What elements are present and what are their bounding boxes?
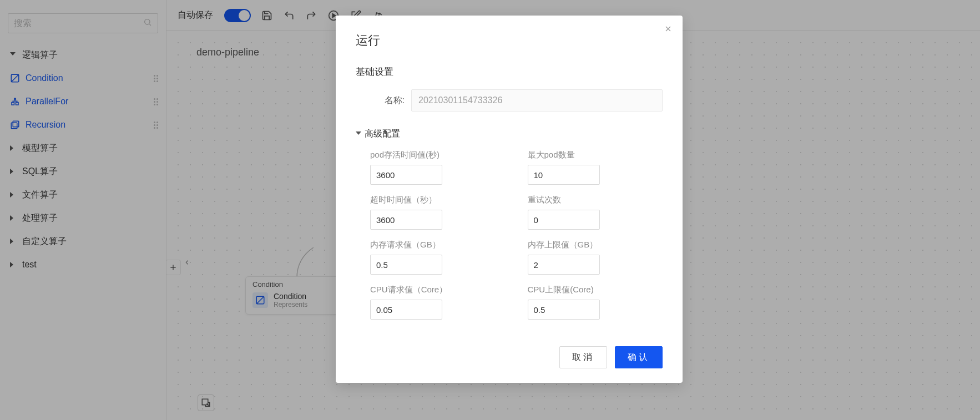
mem-lim-input[interactable]	[528, 255, 600, 275]
advanced-toggle[interactable]: 高级配置	[356, 128, 663, 140]
modal-title: 运行	[356, 32, 663, 49]
cpu-req-label: CPU请求值（Core）	[370, 285, 506, 295]
max-pods-input[interactable]	[528, 165, 600, 185]
retry-input[interactable]	[528, 210, 600, 230]
caret-down-icon	[356, 131, 361, 137]
pod-ttl-label: pod存活时间值(秒)	[370, 150, 506, 160]
name-input[interactable]	[411, 89, 663, 112]
cpu-req-input[interactable]	[370, 300, 442, 320]
timeout-label: 超时时间值（秒）	[370, 195, 506, 205]
close-icon[interactable]	[664, 24, 673, 36]
section-basic-title: 基础设置	[356, 65, 663, 78]
timeout-input[interactable]	[370, 210, 442, 230]
run-modal: 运行 基础设置 名称: 高级配置 pod存活时间值(秒) 最大pod数量 超时时…	[336, 16, 683, 383]
confirm-button[interactable]: 确认	[615, 346, 663, 368]
mem-req-label: 内存请求值（GB）	[370, 240, 506, 250]
mem-req-input[interactable]	[370, 255, 442, 275]
retry-label: 重试次数	[528, 195, 663, 205]
pod-ttl-input[interactable]	[370, 165, 442, 185]
cpu-lim-label: CPU上限值(Core)	[528, 285, 663, 295]
name-label: 名称:	[356, 95, 411, 107]
cpu-lim-input[interactable]	[528, 300, 600, 320]
cancel-button[interactable]: 取消	[559, 346, 607, 368]
mem-lim-label: 内存上限值（GB）	[528, 240, 663, 250]
advanced-label: 高级配置	[365, 128, 400, 140]
max-pods-label: 最大pod数量	[528, 150, 663, 160]
